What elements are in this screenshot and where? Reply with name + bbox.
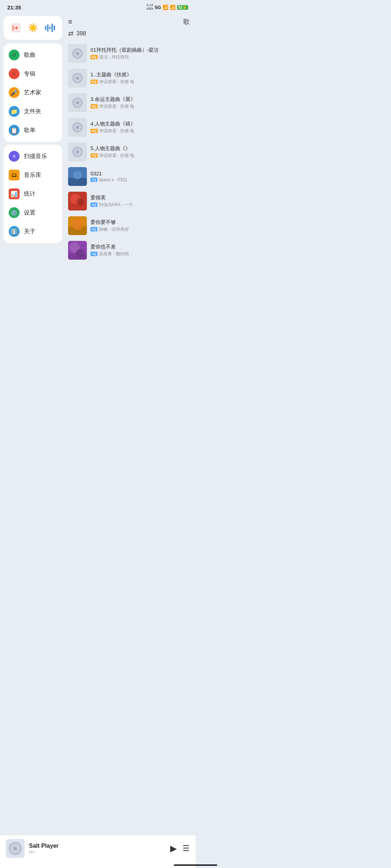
sidebar-library-label: 音乐库	[24, 171, 41, 179]
signal-icon: 📶	[163, 5, 168, 10]
svg-point-8	[13, 54, 15, 56]
song-item[interactable]: 爱你也不差 SQ 吴燕菁 - 颤抖吧，	[66, 238, 192, 263]
song-title: 4.人物主题曲《靖》	[91, 121, 190, 127]
song-meta: SQ 孙楠 - 活得美好	[91, 226, 190, 233]
song-artist: 梁洁 - 拜托拜托	[99, 54, 129, 60]
wifi-icon: 📶	[170, 5, 176, 10]
song-info: 爱你也不差 SQ 吴燕菁 - 颤抖吧，	[91, 244, 190, 257]
quality-badge: SQ	[91, 203, 97, 207]
quality-badge: HQ	[91, 129, 98, 133]
song-artist: 华语群星 - 扶摇 电	[99, 153, 135, 159]
sidebar-item-about[interactable]: ℹ️ 关于	[4, 222, 62, 241]
quality-badge: HQ	[91, 55, 98, 59]
song-item[interactable]: 4.人物主题曲《靖》 HQ 华语群星 - 扶摇 电	[66, 115, 192, 140]
song-item[interactable]: 01拜托拜托（双剧插曲）-梁洁 HQ 梁洁 - 拜托拜托	[66, 41, 192, 66]
sidebar-folders-label: 文件夹	[24, 108, 41, 115]
main-layout: ☀️ 歌曲	[0, 13, 196, 411]
svg-rect-5	[54, 25, 55, 30]
song-thumbnail	[68, 192, 87, 210]
sidebar-item-settings[interactable]: ⚙️ 设置	[4, 203, 62, 222]
content-header: ≡ 歌	[66, 16, 192, 30]
sidebar-item-playlists[interactable]: 📋 歌单	[4, 121, 62, 140]
song-info: 爱你爱不够 SQ 孙楠 - 活得美好	[91, 219, 190, 233]
song-info: 01拜托拜托（双剧插曲）-梁洁 HQ 梁洁 - 拜托拜托	[91, 47, 190, 60]
content-area: ≡ 歌 ⇄ 398 01拜托拜托（双剧插曲）-梁洁 HQ 梁洁 - 拜托拜托	[66, 16, 192, 408]
exit-icon[interactable]	[9, 21, 23, 35]
song-thumbnail	[68, 118, 87, 137]
song-title: 0321	[91, 171, 190, 176]
content-title: 歌	[183, 17, 190, 26]
sidebar-menu-bottom: 扫描音乐 🗂 音乐库 📊 统计 ⚙️ 设置	[4, 145, 62, 243]
song-meta: HQ 华语群星 - 扶摇 电	[91, 103, 190, 110]
quality-badge: SQ	[91, 227, 97, 231]
song-artist: 刘佳/SARA - 一个	[99, 202, 133, 208]
song-list: 01拜托拜托（双剧插曲）-梁洁 HQ 梁洁 - 拜托拜托 1..主题曲《扶摇》 …	[66, 41, 192, 263]
song-meta: SQ space x - 0321	[91, 177, 190, 182]
sidebar-scan-label: 扫描音乐	[24, 153, 47, 160]
sidebar-songs-label: 歌曲	[24, 51, 35, 59]
status-time: 21:35	[7, 4, 21, 10]
quality-badge: SQ	[91, 252, 97, 256]
sidebar-playlists-label: 歌单	[24, 127, 35, 134]
sidebar-top-card: ☀️	[4, 16, 62, 40]
network-speed: 0.13 KB/s	[147, 4, 154, 11]
song-artist: 孙楠 - 活得美好	[99, 226, 129, 233]
song-meta: HQ 梁洁 - 拜托拜托	[91, 54, 190, 60]
status-right: 0.13 KB/s 5G 📶 📶 51⚡	[147, 4, 188, 11]
svg-rect-4	[51, 24, 53, 32]
song-title: 爱很美	[91, 195, 190, 201]
song-artist: 华语群星 - 扶摇 电	[99, 103, 135, 110]
song-title: 01拜托拜托（双剧插曲）-梁洁	[91, 47, 190, 54]
sidebar-item-folders[interactable]: 📁 文件夹	[4, 102, 62, 121]
sidebar: ☀️ 歌曲	[4, 16, 62, 408]
song-info: 0321 SQ space x - 0321	[91, 171, 190, 182]
song-artist: 华语群星 - 扶摇 电	[99, 128, 135, 134]
song-info: 5.人物主题曲《》 HQ 华语群星 - 扶摇 电	[91, 145, 190, 159]
sidebar-item-library[interactable]: 🗂 音乐库	[4, 166, 62, 184]
network-type: 5G	[155, 5, 161, 10]
waveform-icon[interactable]	[43, 21, 57, 35]
song-info: 1..主题曲《扶摇》 HQ 华语群星 - 扶摇 电	[91, 72, 190, 85]
song-meta: HQ 华语群星 - 扶摇 电	[91, 153, 190, 159]
battery-indicator: 51⚡	[177, 5, 188, 10]
song-item[interactable]: 0321 SQ space x - 0321	[66, 164, 192, 189]
song-thumbnail	[68, 44, 87, 63]
song-count: 398	[76, 30, 86, 37]
song-meta: SQ 刘佳/SARA - 一个	[91, 202, 190, 208]
sun-icon[interactable]: ☀️	[26, 21, 40, 35]
shuffle-bar: ⇄ 398	[66, 30, 192, 41]
sidebar-item-albums[interactable]: 专辑	[4, 64, 62, 83]
sidebar-item-songs[interactable]: 歌曲	[4, 46, 62, 64]
sidebar-item-stats[interactable]: 📊 统计	[4, 184, 62, 203]
sidebar-item-scan[interactable]: 扫描音乐	[4, 147, 62, 166]
song-item[interactable]: 5.人物主题曲《》 HQ 华语群星 - 扶摇 电	[66, 140, 192, 164]
song-thumbnail	[68, 142, 87, 161]
sidebar-menu-top: 歌曲 专辑 🎤 艺术家 📁 文件夹	[4, 43, 62, 142]
svg-point-13	[13, 156, 15, 157]
song-title: 5.人物主题曲《》	[91, 145, 190, 152]
song-artist: 吴燕菁 - 颤抖吧，	[99, 251, 133, 257]
sidebar-artists-label: 艺术家	[24, 89, 41, 97]
song-meta: SQ 吴燕菁 - 颤抖吧，	[91, 251, 190, 257]
song-item[interactable]: 爱很美 SQ 刘佳/SARA - 一个	[66, 189, 192, 213]
song-info: 爱很美 SQ 刘佳/SARA - 一个	[91, 195, 190, 208]
song-item[interactable]: 3.命运主题曲《晨》 HQ 华语群星 - 扶摇 电	[66, 90, 192, 115]
sidebar-stats-label: 统计	[24, 190, 35, 198]
song-item[interactable]: 1..主题曲《扶摇》 HQ 华语群星 - 扶摇 电	[66, 66, 192, 90]
quality-badge: SQ	[91, 178, 97, 182]
sidebar-item-artists[interactable]: 🎤 艺术家	[4, 83, 62, 102]
shuffle-icon[interactable]: ⇄	[68, 30, 73, 38]
song-title: 1..主题曲《扶摇》	[91, 72, 190, 78]
song-title: 3.命运主题曲《晨》	[91, 96, 190, 103]
song-thumbnail	[68, 167, 87, 186]
song-meta: HQ 华语群星 - 扶摇 电	[91, 79, 190, 85]
song-info: 4.人物主题曲《靖》 HQ 华语群星 - 扶摇 电	[91, 121, 190, 134]
song-thumbnail	[68, 69, 87, 88]
sidebar-settings-label: 设置	[24, 209, 35, 217]
sidebar-about-label: 关于	[24, 228, 35, 235]
svg-rect-26	[68, 254, 87, 260]
sidebar-albums-label: 专辑	[24, 70, 35, 78]
hamburger-icon[interactable]: ≡	[68, 18, 72, 26]
song-item[interactable]: 爱你爱不够 SQ 孙楠 - 活得美好	[66, 213, 192, 238]
song-thumbnail	[68, 93, 87, 112]
